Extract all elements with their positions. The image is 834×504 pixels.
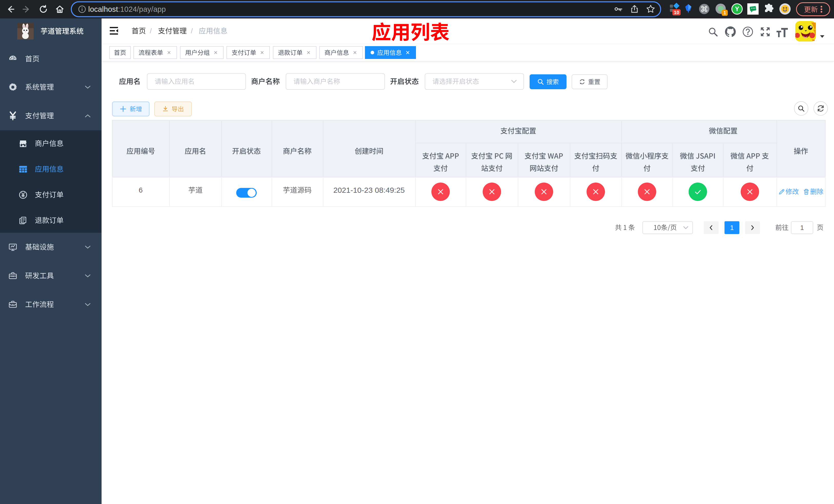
svg-text:Y: Y [735,5,739,12]
svg-text:1: 1 [723,10,726,15]
svg-text:10: 10 [674,10,679,15]
